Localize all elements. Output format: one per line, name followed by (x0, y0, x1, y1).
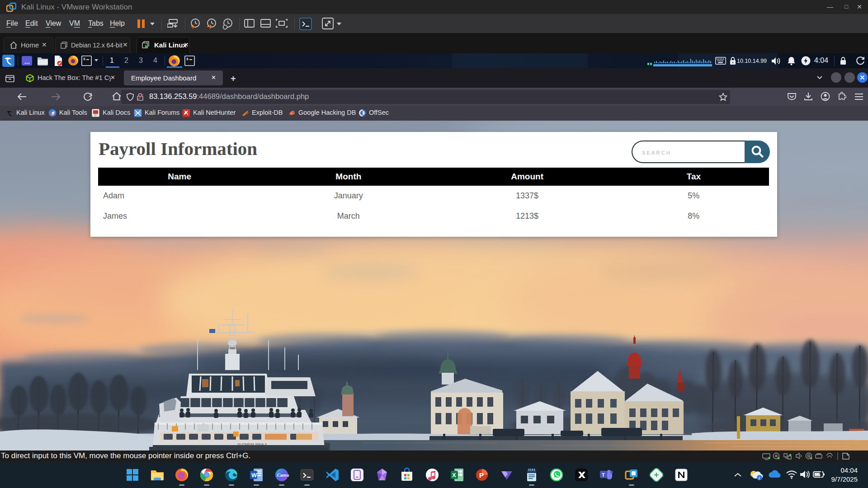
svg-text:P: P (479, 471, 484, 479)
svg-text:$: $ (83, 57, 85, 61)
svg-text:W: W (251, 472, 257, 479)
svg-text:Canva: Canva (277, 473, 289, 478)
svg-text:X: X (452, 472, 456, 479)
svg-text:T: T (602, 472, 605, 478)
svg-text:11: 11 (51, 113, 53, 115)
svg-text:$: $ (186, 57, 189, 61)
